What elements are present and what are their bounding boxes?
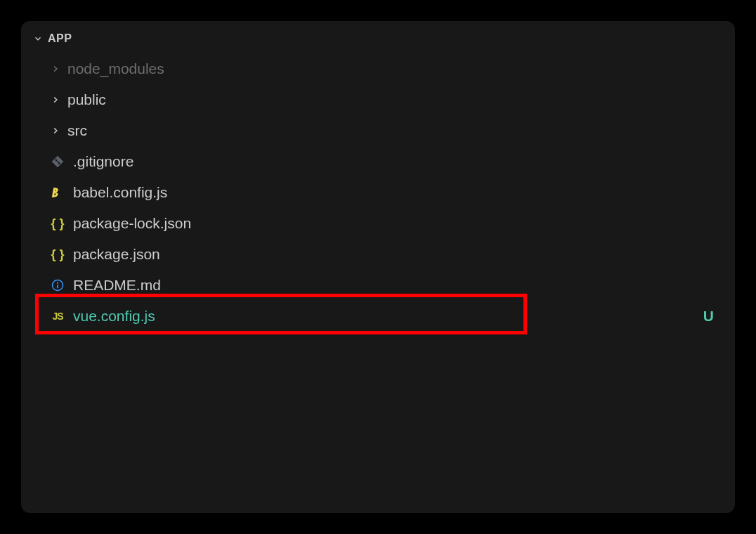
section-header[interactable]: APP	[21, 27, 735, 51]
info-icon	[49, 277, 66, 294]
file-tree: node_modules public src	[21, 51, 735, 332]
file-item-babel-config[interactable]: babel.config.js	[21, 177, 735, 208]
file-label: package.json	[73, 246, 160, 263]
section-title: APP	[48, 32, 72, 45]
file-label: .gitignore	[73, 153, 133, 170]
folder-label: node_modules	[67, 60, 164, 77]
chevron-right-icon	[49, 63, 62, 75]
chevron-right-icon	[49, 93, 62, 106]
folder-label: public	[67, 91, 106, 108]
js-icon: JS	[49, 308, 66, 325]
chevron-right-icon	[49, 124, 62, 137]
folder-item-node-modules[interactable]: node_modules	[21, 53, 735, 84]
file-label: package-lock.json	[73, 215, 191, 232]
babel-icon	[49, 184, 66, 201]
file-label: vue.config.js	[73, 308, 155, 325]
folder-label: src	[67, 122, 87, 139]
json-icon: { }	[49, 215, 66, 232]
file-item-package-json[interactable]: { } package.json	[21, 239, 735, 270]
file-item-vue-config[interactable]: JS vue.config.js U	[21, 301, 735, 332]
file-label: README.md	[73, 277, 161, 294]
folder-item-src[interactable]: src	[21, 115, 735, 146]
file-item-package-lock[interactable]: { } package-lock.json	[21, 208, 735, 239]
json-icon: { }	[49, 246, 66, 263]
file-item-readme[interactable]: README.md	[21, 270, 735, 301]
file-item-gitignore[interactable]: .gitignore	[21, 146, 735, 177]
git-status-badge: U	[703, 308, 714, 325]
git-icon	[49, 153, 66, 170]
folder-item-public[interactable]: public	[21, 84, 735, 115]
chevron-down-icon	[32, 33, 44, 44]
file-label: babel.config.js	[73, 184, 167, 201]
file-explorer-panel: APP node_modules public	[21, 21, 735, 513]
svg-point-4	[57, 282, 58, 284]
